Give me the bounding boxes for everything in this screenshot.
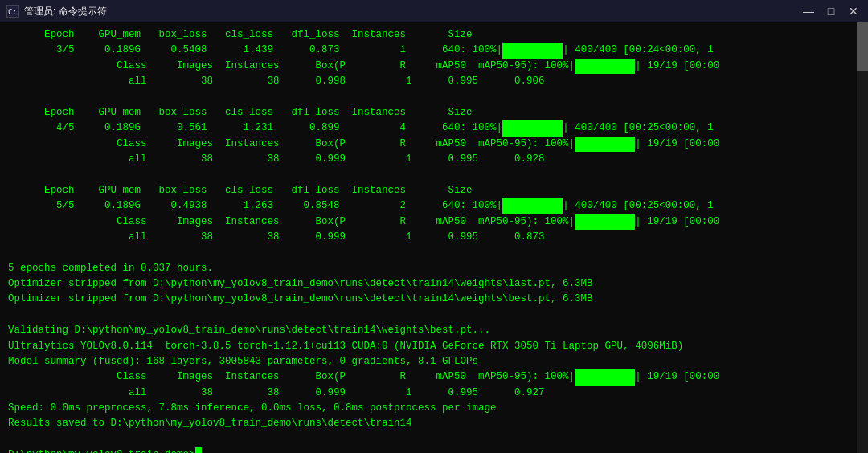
close-button[interactable]: ✕: [845, 3, 862, 19]
title-bar-controls: — □ ✕: [800, 3, 862, 19]
scrollbar-thumb[interactable]: [857, 22, 868, 71]
title-bar-title: 管理员: 命令提示符: [24, 5, 107, 18]
scrollbar[interactable]: [857, 22, 868, 453]
maximize-button[interactable]: □: [823, 3, 839, 19]
title-bar: C: 管理员: 命令提示符 — □ ✕: [0, 0, 868, 22]
minimize-button[interactable]: —: [800, 3, 817, 19]
terminal-window[interactable]: Epoch GPU_mem box_loss cls_loss dfl_loss…: [0, 22, 868, 453]
cmd-icon: C:: [6, 5, 19, 18]
title-bar-left: C: 管理员: 命令提示符: [6, 5, 107, 18]
svg-text:C:: C:: [8, 8, 17, 16]
